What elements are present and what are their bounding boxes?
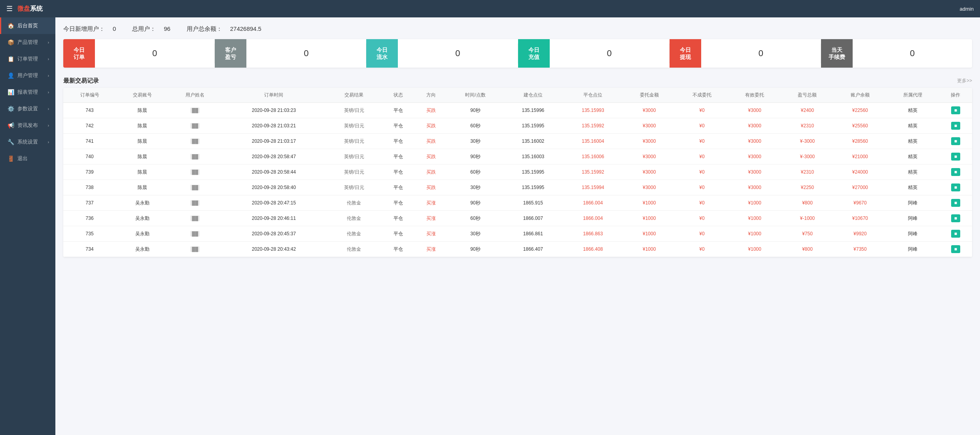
cell-action[interactable]: ■ — [939, 134, 972, 149]
cell-action[interactable]: ■ — [939, 165, 972, 180]
menu-icon[interactable]: ☰ — [6, 4, 13, 13]
sidebar-item-product[interactable]: 📦 产品管理 › — [0, 34, 55, 51]
cell-profit: ¥-1000 — [781, 211, 834, 226]
cell-valid: ¥3000 — [728, 134, 781, 149]
sidebar-item-system[interactable]: 🔧 系统设置 › — [0, 134, 55, 150]
detail-button[interactable]: ■ — [951, 214, 960, 222]
cell-profit: ¥2310 — [781, 165, 834, 180]
card-label-today-order: 今日 订单 — [63, 39, 95, 68]
card-label-today-recharge: 今日 充值 — [518, 39, 550, 68]
col-account: 交易账号 — [116, 88, 168, 103]
cell-agent: 阿峰 — [886, 211, 939, 226]
cell-balance: ¥10670 — [834, 211, 886, 226]
col-valid: 有效委托 — [728, 88, 781, 103]
cell-profit: ¥-3000 — [781, 134, 834, 149]
cell-id: 738 — [63, 180, 116, 195]
chevron-right-icon5: › — [48, 107, 49, 111]
cell-time: 2020-09-28 20:45:37 — [221, 226, 326, 242]
more-link[interactable]: 更多>> — [957, 78, 972, 84]
cell-name: ██ — [169, 180, 221, 195]
cell-action[interactable]: ■ — [939, 242, 972, 257]
cell-account: 吴永勤 — [116, 211, 168, 226]
sidebar-item-params[interactable]: ⚙️ 参数设置 › — [0, 100, 55, 117]
cell-balance: ¥7350 — [834, 242, 886, 257]
cell-direction: 买跌 — [415, 103, 448, 118]
cell-invalid: ¥0 — [675, 103, 728, 118]
table-header-row: 最新交易记录 更多>> — [63, 77, 972, 85]
cell-id: 741 — [63, 134, 116, 149]
cell-invalid: ¥0 — [675, 195, 728, 211]
detail-button[interactable]: ■ — [951, 137, 960, 145]
cell-direction: 买跌 — [415, 134, 448, 149]
cell-delegate: ¥1000 — [623, 211, 675, 226]
col-delegate: 委托金额 — [623, 88, 675, 103]
cell-valid: ¥3000 — [728, 118, 781, 134]
new-users-value: 0 — [113, 25, 116, 32]
cell-action[interactable]: ■ — [939, 149, 972, 165]
cell-result: 伦敦金 — [326, 211, 382, 226]
detail-button[interactable]: ■ — [951, 106, 960, 114]
cell-name: ██ — [169, 118, 221, 134]
sidebar-item-logout[interactable]: 🚪 退出 — [0, 150, 55, 167]
cell-delegate: ¥3000 — [623, 180, 675, 195]
sidebar-item-news[interactable]: 📢 资讯发布 › — [0, 117, 55, 134]
card-value-today-withdraw: 0 — [701, 48, 821, 59]
sidebar: 🏠 后台首页 📦 产品管理 › 📋 订单管理 › 👤 用户管理 › 📊 报表管理… — [0, 17, 55, 435]
cell-balance: ¥9670 — [834, 195, 886, 211]
cell-valid: ¥1000 — [728, 211, 781, 226]
col-direction: 方向 — [415, 88, 448, 103]
card-value-today-recharge: 0 — [550, 48, 669, 59]
cell-open-price: 135.16003 — [503, 149, 563, 165]
cell-direction: 买涨 — [415, 242, 448, 257]
col-order-id: 订单编号 — [63, 88, 116, 103]
cell-status: 平仓 — [382, 165, 414, 180]
detail-button[interactable]: ■ — [951, 199, 960, 207]
card-value-today-order: 0 — [95, 48, 214, 59]
detail-button[interactable]: ■ — [951, 245, 960, 253]
cell-direction: 买跌 — [415, 118, 448, 134]
order-icon: 📋 — [8, 56, 14, 62]
table-row: 735 吴永勤 ██ 2020-09-28 20:45:37 伦敦金 平仓 买涨… — [63, 226, 972, 242]
cell-invalid: ¥0 — [675, 226, 728, 242]
cell-name: ██ — [169, 103, 221, 118]
card-label-today-withdraw: 今日 提现 — [670, 39, 701, 68]
col-action: 操作 — [939, 88, 972, 103]
cell-action[interactable]: ■ — [939, 226, 972, 242]
cell-balance: ¥9920 — [834, 226, 886, 242]
detail-button[interactable]: ■ — [951, 183, 960, 191]
cell-action[interactable]: ■ — [939, 103, 972, 118]
cell-open-price: 135.16002 — [503, 134, 563, 149]
balance-label: 用户总余额： — [187, 25, 222, 32]
cell-account: 吴永勤 — [116, 242, 168, 257]
cell-seconds: 90秒 — [448, 195, 503, 211]
col-profit: 盈亏总额 — [781, 88, 834, 103]
sidebar-label-params: 参数设置 — [17, 105, 38, 112]
detail-button[interactable]: ■ — [951, 122, 960, 130]
cell-time: 2020-09-28 20:58:40 — [221, 180, 326, 195]
cell-action[interactable]: ■ — [939, 180, 972, 195]
card-label-today-fee: 当天 手续费 — [821, 39, 853, 68]
detail-button[interactable]: ■ — [951, 168, 960, 176]
sidebar-item-user[interactable]: 👤 用户管理 › — [0, 67, 55, 84]
table-title: 最新交易记录 — [63, 77, 99, 85]
detail-button[interactable]: ■ — [951, 153, 960, 161]
sidebar-item-dashboard[interactable]: 🏠 后台首页 — [0, 17, 55, 34]
cell-account: 陈晨 — [116, 134, 168, 149]
cell-open-price: 135.15995 — [503, 180, 563, 195]
cell-direction: 买跌 — [415, 149, 448, 165]
sidebar-item-order[interactable]: 📋 订单管理 › — [0, 51, 55, 67]
detail-button[interactable]: ■ — [951, 230, 960, 238]
cell-action[interactable]: ■ — [939, 195, 972, 211]
cell-valid: ¥1000 — [728, 195, 781, 211]
cell-action[interactable]: ■ — [939, 118, 972, 134]
cell-profit: ¥2250 — [781, 180, 834, 195]
cell-invalid: ¥0 — [675, 134, 728, 149]
cell-close-price: 135.15992 — [563, 165, 623, 180]
sidebar-item-report[interactable]: 📊 报表管理 › — [0, 84, 55, 100]
cell-profit: ¥-3000 — [781, 149, 834, 165]
cell-action[interactable]: ■ — [939, 211, 972, 226]
cell-close-price: 135.16006 — [563, 149, 623, 165]
cell-result: 英镑/日元 — [326, 180, 382, 195]
table-row: 739 陈晨 ██ 2020-09-28 20:58:44 英镑/日元 平仓 买… — [63, 165, 972, 180]
cell-id: 739 — [63, 165, 116, 180]
